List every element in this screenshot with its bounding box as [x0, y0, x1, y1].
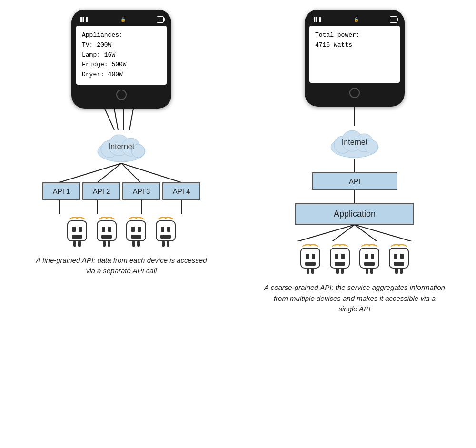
svg-point-24 [106, 217, 108, 219]
left-api-box-3: API 3 [122, 182, 160, 200]
svg-rect-75 [364, 262, 375, 266]
svg-rect-66 [335, 254, 338, 259]
svg-rect-80 [394, 254, 397, 259]
svg-point-57 [309, 244, 311, 246]
screen-line-2: TV: 200W [82, 40, 161, 50]
svg-rect-23 [78, 241, 81, 247]
left-api-box-4: API 4 [162, 182, 200, 200]
screen-line-3: Lamp: 16W [82, 50, 161, 60]
left-caption: A fine-grained API: data from each devic… [31, 255, 212, 277]
left-cloud: Internet [93, 130, 150, 163]
svg-rect-29 [103, 241, 106, 247]
left-plug-4 [152, 214, 179, 247]
svg-rect-34 [138, 227, 141, 232]
svg-rect-30 [108, 241, 110, 247]
svg-line-9 [60, 163, 121, 182]
left-phone-home-button [116, 90, 127, 100]
svg-line-56 [355, 225, 412, 241]
right-app-to-plugs-lines [274, 225, 436, 241]
svg-rect-62 [307, 268, 309, 274]
svg-line-0 [105, 109, 114, 130]
svg-rect-67 [341, 254, 345, 259]
left-cloud-container: Internet [93, 130, 150, 163]
svg-rect-69 [336, 268, 339, 274]
right-plug-2 [327, 241, 353, 274]
right-cloud-to-api-line [283, 159, 426, 172]
svg-rect-60 [312, 254, 315, 259]
right-plug-4 [386, 241, 412, 274]
svg-point-31 [135, 217, 137, 219]
svg-rect-37 [137, 241, 140, 247]
svg-line-53 [298, 225, 355, 241]
svg-rect-43 [162, 241, 165, 247]
svg-line-55 [355, 225, 377, 241]
right-screen-line-1: Total power: [315, 30, 394, 40]
svg-rect-22 [73, 241, 76, 247]
svg-rect-73 [365, 254, 368, 259]
right-cloud-container: Internet [326, 126, 383, 159]
left-phone-status-bar: ▐▌▌ 🔒 [76, 16, 167, 23]
screen-line-1: Appliances: [82, 30, 161, 40]
right-diagram: ▐▌▌ 🔒 Total power: 4716 Watts [245, 10, 464, 315]
svg-rect-84 [400, 268, 403, 274]
svg-line-54 [332, 225, 355, 241]
left-plug-3 [123, 214, 149, 247]
svg-point-78 [398, 244, 400, 246]
right-caption: A coarse-grained API: the service aggreg… [264, 282, 445, 315]
right-plug-1 [297, 241, 324, 274]
svg-rect-59 [306, 254, 309, 259]
svg-rect-82 [394, 262, 404, 266]
right-phone-screen: Total power: 4716 Watts [309, 26, 400, 83]
left-phone-to-cloud-lines [69, 109, 174, 130]
svg-rect-81 [400, 254, 404, 259]
right-phone-home-button [349, 88, 360, 98]
svg-rect-28 [101, 235, 112, 239]
right-lock-icon: 🔒 [354, 17, 359, 22]
svg-rect-68 [335, 262, 345, 266]
svg-rect-21 [72, 235, 82, 239]
screen-line-4: Fridge: 500W [82, 60, 161, 70]
right-phone-to-cloud-line [302, 107, 407, 126]
right-application-box: Application [295, 203, 414, 225]
svg-rect-27 [108, 227, 111, 232]
svg-rect-36 [132, 241, 135, 247]
svg-rect-40 [161, 227, 164, 232]
left-api-box-1: API 1 [42, 182, 80, 200]
svg-rect-76 [366, 268, 368, 274]
svg-point-38 [165, 217, 167, 219]
left-plugs-row [64, 214, 179, 247]
left-lock-icon: 🔒 [120, 17, 126, 22]
left-phone-screen: Appliances: TV: 200W Lamp: 16W Fridge: 5… [76, 26, 167, 85]
left-plug-2 [93, 214, 120, 247]
svg-rect-19 [72, 227, 76, 232]
screen-line-5: Dryer: 400W [82, 70, 161, 80]
left-phone: ▐▌▌ 🔒 Appliances: TV: 200W Lamp: 16W Fri… [71, 10, 171, 109]
right-battery-icon [390, 16, 397, 23]
svg-rect-33 [131, 227, 135, 232]
right-screen-line-3: 4716 Watts [315, 40, 394, 50]
svg-rect-61 [305, 262, 316, 266]
right-phone-status-bar: ▐▌▌ 🔒 [309, 16, 400, 23]
svg-point-64 [339, 244, 341, 246]
left-signal-icon: ▐▌▌ [79, 17, 89, 22]
svg-rect-35 [131, 235, 141, 239]
left-cloud-to-api-lines [36, 163, 207, 182]
left-plug-1 [64, 214, 90, 247]
svg-point-17 [76, 217, 78, 219]
left-diagram: ▐▌▌ 🔒 Appliances: TV: 200W Lamp: 16W Fri… [12, 10, 231, 277]
right-plug-3 [356, 241, 383, 274]
svg-line-10 [98, 163, 121, 182]
left-api-row: API 1 API 2 API 3 API 4 [42, 182, 200, 200]
svg-rect-26 [102, 227, 105, 232]
svg-point-71 [368, 244, 370, 246]
svg-rect-63 [311, 268, 314, 274]
svg-rect-77 [370, 268, 373, 274]
right-plugs-row [297, 241, 412, 274]
left-api-to-plugs-lines [36, 200, 207, 214]
right-cloud: Internet [326, 126, 383, 159]
left-battery-icon [157, 16, 164, 23]
svg-rect-41 [167, 227, 170, 232]
svg-rect-74 [371, 254, 374, 259]
svg-line-1 [114, 109, 118, 130]
svg-rect-42 [160, 235, 171, 239]
